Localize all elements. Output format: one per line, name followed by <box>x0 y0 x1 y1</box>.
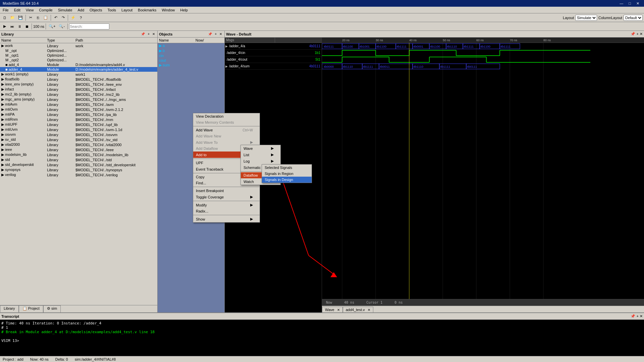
tab-sim[interactable]: ⚙ sim <box>43 305 61 312</box>
library-row[interactable]: ▶ synopsys Library $MODEL_TECH/../synops… <box>0 167 157 172</box>
df-signals-in-region[interactable]: Signals in Region <box>262 171 312 177</box>
ctx-add-wave[interactable]: Add Wave Ctrl+W <box>193 127 260 133</box>
tab-library[interactable]: Library <box>0 305 19 312</box>
signal-row-sum[interactable]: ▶ /adder_4/sum 4b0111 <box>225 63 322 70</box>
wave-expand-btn[interactable]: + <box>637 32 639 36</box>
tab-wave-close[interactable]: ✕ <box>337 308 340 312</box>
menu-simulate[interactable]: Simulate <box>55 7 75 13</box>
minimize-btn[interactable]: — <box>618 1 625 6</box>
library-row[interactable]: ▶ std_developerskit Library $MODEL_TECH/… <box>0 162 157 167</box>
menu-window[interactable]: Window <box>159 7 177 13</box>
menu-layout[interactable]: Layout <box>119 7 135 13</box>
library-row[interactable]: ▶ work Library work <box>0 43 157 49</box>
columnlayout-select[interactable]: Default <box>624 15 643 21</box>
library-row[interactable]: ▶ work1 (empty) Library work1 <box>0 72 157 77</box>
signal-row-cout[interactable]: /adder_4/cout St1 <box>225 56 322 63</box>
layout-select[interactable]: Simulate <box>575 15 597 21</box>
library-row[interactable]: ▶ verilog Library $MODEL_TECH/../verilog <box>0 172 157 177</box>
zoom-in-btn[interactable]: 🔍+ <box>47 23 57 30</box>
zoom-out-btn[interactable]: 🔍- <box>57 23 66 30</box>
sim-break-btn[interactable]: ⏸ <box>16 23 23 30</box>
menu-bookmarks[interactable]: Bookmarks <box>135 7 159 13</box>
save-btn[interactable]: 💾 <box>17 14 24 21</box>
library-row[interactable]: ▶ mgc_ams (empty) Library $MODEL_TECH/..… <box>0 97 157 102</box>
transcript-expand-btn[interactable]: + <box>637 314 639 318</box>
transcript-pin-btn[interactable]: 📌 <box>631 314 635 318</box>
menu-objects[interactable]: Objects <box>87 7 105 13</box>
library-row[interactable]: ▶ sv_std Library $MODEL_TECH/../sv_std <box>0 137 157 142</box>
compile-btn[interactable]: ⚡ <box>69 14 77 21</box>
signal-row-cin[interactable]: /adder_4/cin 1b1 <box>225 50 322 56</box>
new-btn[interactable]: 🗋 <box>1 14 8 21</box>
library-row[interactable]: M _opt Optimized... <box>0 48 157 53</box>
copy-btn[interactable]: ⎘ <box>35 14 41 21</box>
library-row[interactable]: ▶ mtiPA Library $MODEL_TECH/../pa_lib <box>0 112 157 117</box>
redo-btn[interactable]: ↷ <box>60 14 66 21</box>
library-row[interactable]: ▶ ieee_env (empty) Library $MODEL_TECH/.… <box>0 82 157 87</box>
tab-wave[interactable]: Wave ✕ <box>322 307 343 312</box>
obj-row-b[interactable]: ▶ b <box>158 48 224 53</box>
obj-row-a[interactable]: ▶ a <box>158 43 224 49</box>
library-row[interactable]: ▶ floatfixlib Library $MODEL_TECH/../flo… <box>0 77 157 82</box>
df-signals-in-design[interactable]: Signals in Design <box>262 177 312 183</box>
sim-step-btn[interactable]: ⏭ <box>9 23 15 30</box>
maximize-btn[interactable]: □ <box>627 1 633 6</box>
obj-expand-btn[interactable]: + <box>214 32 218 36</box>
df-selected-signals[interactable]: Selected Signals <box>262 165 312 171</box>
library-row[interactable]: ▶ mtiUPF Library $MODEL_TECH/../upf_lib <box>0 122 157 127</box>
menu-edit[interactable]: Edit <box>11 7 23 13</box>
undo-btn[interactable]: ↶ <box>52 14 59 21</box>
ctx-show[interactable]: Show ▶ <box>193 216 260 222</box>
menu-add[interactable]: Add <box>75 7 87 13</box>
library-row[interactable]: ▶ vital2000 Library $MODEL_TECH/../vital… <box>0 142 157 147</box>
help-btn[interactable]: ? <box>77 14 84 21</box>
search-input[interactable] <box>69 23 109 29</box>
ctx-toggle-coverage[interactable]: Toggle Coverage ▶ <box>193 194 260 200</box>
library-row[interactable]: ▶ infact Library $MODEL_TECH/../infact <box>0 87 157 92</box>
ctx-insert-breakpoint[interactable]: Insert Breakpoint <box>193 188 260 194</box>
library-row[interactable]: ▶ ieee Library $MODEL_TECH/../ieee <box>0 147 157 152</box>
paste-btn[interactable]: 📋 <box>42 14 49 21</box>
library-row[interactable]: ▶ mtiUvm Library $MODEL_TECH/../uvm-1.1d <box>0 127 157 132</box>
obj-pin-btn[interactable]: 📌 <box>207 32 213 36</box>
library-row[interactable]: ▶ mtiRnm Library $MODEL_TECH/../rnm <box>0 117 157 122</box>
library-row[interactable]: ▶ std Library $MODEL_TECH/../std <box>0 157 157 162</box>
sim-stop-btn[interactable]: ⏹ <box>23 23 30 30</box>
obj-row-cout[interactable]: cout <box>158 58 224 63</box>
menu-view[interactable]: View <box>23 7 37 13</box>
sim-run-btn[interactable]: ▶ <box>1 23 8 30</box>
lib-expand-btn[interactable]: + <box>147 32 151 36</box>
wave-pin-btn[interactable]: 📌 <box>631 32 635 36</box>
submenu-wave[interactable]: Wave ▶ <box>241 145 280 152</box>
library-row[interactable]: ▶ modelsim_lib Library $MODEL_TECH/../mo… <box>0 152 157 157</box>
obj-row-sum[interactable]: ▶ sum <box>158 63 224 68</box>
wave-close-btn[interactable]: ✕ <box>640 32 643 36</box>
library-row[interactable]: ■ add_4 Module D:/modelsim/examples/add4… <box>0 62 157 67</box>
library-row[interactable]: ▶ mtiAvm Library $MODEL_TECH/../avm <box>0 102 157 107</box>
library-row[interactable]: ▶ osvvm Library $MODEL_TECH/../osvvm <box>0 132 157 137</box>
lib-close-btn[interactable]: ✕ <box>151 32 156 36</box>
library-row[interactable]: ■ adder_4 Module D:/modelsim/examples/ad… <box>0 67 157 72</box>
library-row[interactable]: M _opt2 Optimized... <box>0 58 157 62</box>
close-btn[interactable]: ✕ <box>634 1 641 6</box>
library-row[interactable]: M _opt1 Optimized... <box>0 53 157 58</box>
ctx-modify[interactable]: Modify ▶ <box>193 202 260 208</box>
ctx-view-declaration[interactable]: View Declaration <box>193 113 260 119</box>
tab-add4-test[interactable]: add4_test.v ✕ <box>343 307 373 312</box>
submenu-list[interactable]: List ▶ <box>241 152 280 158</box>
obj-row-cin[interactable]: cin <box>158 53 224 58</box>
cut-btn[interactable]: ✂ <box>27 14 34 21</box>
library-row[interactable]: ▶ mc2_lib (empty) Library $MODEL_TECH/..… <box>0 92 157 97</box>
transcript-close-btn[interactable]: ✕ <box>640 314 643 318</box>
lib-pin-btn[interactable]: 📌 <box>140 32 146 36</box>
ctx-radix[interactable]: Radix... <box>193 208 260 214</box>
menu-file[interactable]: File <box>0 7 11 13</box>
signal-row-a[interactable]: ▶ /adder_4/a 4b0111 <box>225 43 322 50</box>
menu-tools[interactable]: Tools <box>105 7 119 13</box>
obj-close-btn[interactable]: ✕ <box>218 32 223 36</box>
tab-add4-close[interactable]: ✕ <box>368 308 370 312</box>
library-row[interactable]: ▶ mtiOvm Library $MODEL_TECH/../ovm-2.1.… <box>0 107 157 112</box>
menu-compile[interactable]: Compile <box>36 7 55 13</box>
tab-project[interactable]: 📋 Project <box>19 305 43 312</box>
submenu-log[interactable]: Log ▶ <box>241 158 280 164</box>
